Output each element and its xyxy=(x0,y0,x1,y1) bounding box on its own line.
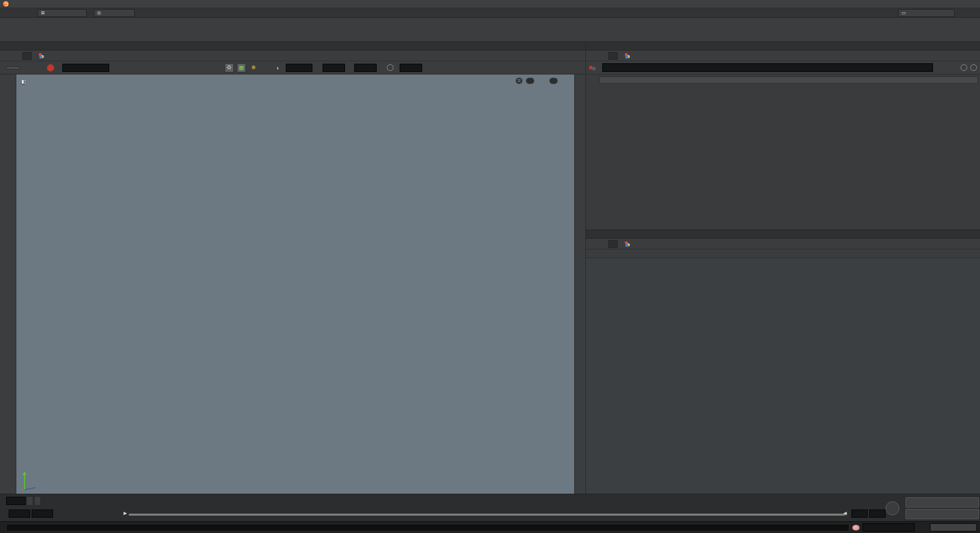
magnify-icon[interactable] xyxy=(261,63,271,72)
help-icon[interactable] xyxy=(970,64,977,71)
merge-node-icon xyxy=(589,65,596,71)
copy-settings-icon[interactable] xyxy=(112,63,121,72)
context-selector[interactable] xyxy=(863,523,915,531)
keys-status-box[interactable] xyxy=(905,497,979,507)
title-bar xyxy=(0,0,980,8)
preview-checker-icon[interactable]: ▦ xyxy=(237,63,246,72)
current-frame-field[interactable] xyxy=(6,497,26,505)
brain-icon xyxy=(852,525,860,530)
range-subend-field[interactable] xyxy=(869,510,886,518)
stop-render-icon[interactable] xyxy=(47,64,54,71)
shelf xyxy=(0,18,980,42)
path-node-chip[interactable] xyxy=(36,52,50,60)
viewport-right-toolbar xyxy=(574,74,585,494)
playbar-options xyxy=(3,510,53,518)
workspace-icon xyxy=(39,53,45,59)
range-slider-track[interactable] xyxy=(129,514,845,516)
help-icon[interactable] xyxy=(387,64,394,71)
timeline: ▶ ◀ xyxy=(0,494,980,521)
viewport-left-toolbar xyxy=(0,74,16,494)
houdini-window: ⊞ ◎ ▭ xyxy=(0,0,980,533)
node-graph-canvas xyxy=(586,258,980,494)
key-all-channels-select[interactable] xyxy=(905,509,979,519)
add-pane-tab-button[interactable] xyxy=(586,42,593,50)
range-end-fields xyxy=(851,510,886,518)
network-graph[interactable] xyxy=(586,258,980,494)
set-key-button[interactable] xyxy=(886,501,899,515)
layout-icon: ⊞ xyxy=(41,10,45,15)
no-cam-pill[interactable] xyxy=(549,78,558,84)
step-forward-button[interactable] xyxy=(34,496,41,505)
param-path-bar xyxy=(586,50,980,61)
menu-bar: ⊞ ◎ ▭ xyxy=(0,8,980,18)
region-camera-icon: ◧ xyxy=(21,79,26,84)
path-context-chip[interactable] xyxy=(608,240,618,248)
playback-controls xyxy=(3,496,41,505)
viewport-scene xyxy=(16,74,574,494)
path-node-chip[interactable] xyxy=(622,52,636,60)
range-end-field[interactable] xyxy=(851,510,868,518)
range-start-field[interactable] xyxy=(9,510,30,518)
param-pane-tabs xyxy=(586,42,980,50)
search-icon[interactable] xyxy=(948,63,958,72)
orientation-selector[interactable]: ◎ xyxy=(94,9,135,17)
workspace-icon xyxy=(625,241,631,247)
re-render-icon[interactable] xyxy=(22,63,32,72)
desktop-icon: ▭ xyxy=(901,10,906,15)
info-icon[interactable] xyxy=(961,64,967,71)
delay-field[interactable] xyxy=(354,64,377,72)
node-name-field[interactable] xyxy=(602,63,933,72)
input-operators-header xyxy=(599,77,978,84)
cook-refresh-icon[interactable] xyxy=(918,523,927,532)
pause-render-icon[interactable] xyxy=(35,63,44,72)
status-message-area xyxy=(6,524,849,531)
add-pane-tab-button[interactable] xyxy=(586,230,593,238)
range-slider-left-handle[interactable]: ▶ xyxy=(124,511,127,516)
path-context-chip[interactable] xyxy=(22,52,32,60)
axis-gizmo xyxy=(18,468,40,492)
render-button[interactable] xyxy=(6,66,19,69)
viewport-row: ◧ ⚿ xyxy=(0,74,585,494)
sharpness-select[interactable] xyxy=(286,64,312,72)
recycle-region-icon[interactable]: ♻ xyxy=(225,63,234,72)
render-target-select[interactable] xyxy=(62,64,109,72)
blend-field[interactable] xyxy=(400,64,422,72)
update-time-field[interactable] xyxy=(323,64,345,72)
environment-icon[interactable]: ◐ xyxy=(274,63,283,72)
scene-pane: ♻ ▦ ⛯ ◐ xyxy=(0,42,585,74)
orientation-icon: ◎ xyxy=(97,10,101,15)
path-node-chip[interactable] xyxy=(622,240,636,248)
range-slider-right-handle[interactable]: ◀ xyxy=(843,511,847,516)
network-pane-tabs xyxy=(586,230,980,239)
network-path-bar xyxy=(586,239,980,249)
status-bar xyxy=(0,521,980,533)
workspace-icon xyxy=(625,53,631,59)
auto-update-select[interactable] xyxy=(930,523,977,531)
lock-camera-icon[interactable]: ⚿ xyxy=(516,78,523,84)
desktop-selector[interactable]: ▭ xyxy=(898,9,954,17)
network-pane xyxy=(585,230,980,494)
persp-view-pill[interactable] xyxy=(526,78,534,84)
network-menu-bar xyxy=(586,249,980,258)
keyframe-panel xyxy=(886,495,979,521)
viewport[interactable]: ◧ ⚿ xyxy=(16,74,574,494)
lighting-bulb-icon[interactable]: ⛯ xyxy=(249,63,258,72)
gear-icon[interactable] xyxy=(936,63,945,72)
scene-path-bar xyxy=(0,50,585,61)
node-header xyxy=(586,61,980,74)
range-substart-field[interactable] xyxy=(32,510,53,518)
layout-selector[interactable]: ⊞ xyxy=(38,9,87,17)
render-toolbar: ♻ ▦ ⛯ ◐ xyxy=(0,61,585,74)
parameter-pane xyxy=(585,42,980,230)
houdini-logo-icon xyxy=(3,1,9,7)
path-context-chip[interactable] xyxy=(608,52,618,60)
add-pane-tab-button[interactable] xyxy=(0,42,7,50)
frame-ruler[interactable] xyxy=(89,494,886,508)
scene-pane-tabs xyxy=(0,42,585,50)
step-back-button[interactable] xyxy=(27,496,33,505)
